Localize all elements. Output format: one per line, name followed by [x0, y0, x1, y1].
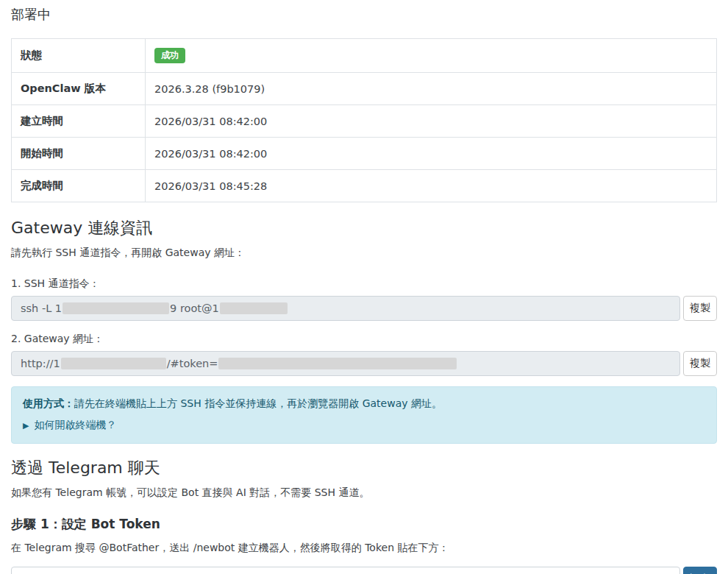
copy-ssh-button[interactable]: 複製 [683, 296, 717, 321]
table-row: 完成時間 2026/03/31 08:45:28 [12, 170, 717, 202]
gateway-url-label: 2. Gateway 網址： [11, 333, 717, 346]
telegram-section-heading: 透過 Telegram 聊天 [11, 457, 717, 479]
step1-heading: 步驟 1：設定 Bot Token [11, 516, 717, 533]
version-value: 2026.3.28 (f9b1079) [146, 73, 717, 105]
table-row: 狀態 成功 [12, 39, 717, 73]
bot-token-input[interactable] [11, 567, 680, 574]
created-time-label: 建立時間 [12, 105, 146, 138]
created-time-value: 2026/03/31 08:42:00 [146, 105, 717, 138]
deployment-status-table: 狀態 成功 OpenClaw 版本 2026.3.28 (f9b1079) 建立… [11, 38, 717, 202]
ssh-command-label: 1. SSH 通道指令： [11, 277, 717, 291]
redaction-block [61, 358, 166, 369]
set-token-button[interactable]: 設定 [683, 567, 717, 574]
start-time-value: 2026/03/31 08:42:00 [146, 138, 717, 170]
version-label: OpenClaw 版本 [12, 73, 146, 105]
terminal-help-label: 如何開啟終端機？ [34, 419, 116, 431]
gateway-url-field[interactable]: http://1 /#token= [11, 351, 680, 376]
page-title: 部署中 [11, 6, 717, 24]
redaction-block [220, 302, 288, 314]
telegram-description: 如果您有 Telegram 帳號，可以設定 Bot 直接與 AI 對話，不需要 … [11, 486, 717, 500]
redaction-block [63, 302, 169, 314]
triangle-right-icon: ▶ [23, 421, 29, 431]
table-row: 開始時間 2026/03/31 08:42:00 [12, 138, 717, 170]
table-row: OpenClaw 版本 2026.3.28 (f9b1079) [12, 73, 717, 105]
usage-info-box: 使用方式：請先在終端機貼上上方 SSH 指令並保持連線，再於瀏覽器開啟 Gate… [11, 386, 717, 444]
terminal-help-details: ▶如何開啟終端機？ [23, 419, 705, 432]
finish-time-value: 2026/03/31 08:45:28 [146, 170, 717, 202]
gateway-description: 請先執行 SSH 通道指令，再開啟 Gateway 網址： [11, 247, 717, 260]
copy-url-button[interactable]: 複製 [683, 351, 717, 376]
status-badge: 成功 [154, 48, 185, 63]
gateway-section-heading: Gateway 連線資訊 [11, 217, 717, 239]
step1-description: 在 Telegram 搜尋 @BotFather，送出 /newbot 建立機器… [11, 542, 717, 555]
terminal-help-toggle[interactable]: ▶如何開啟終端機？ [23, 419, 705, 432]
start-time-label: 開始時間 [12, 138, 146, 170]
table-row: 建立時間 2026/03/31 08:42:00 [12, 105, 717, 138]
usage-text: 請先在終端機貼上上方 SSH 指令並保持連線，再於瀏覽器開啟 Gateway 網… [74, 397, 442, 409]
ssh-command-field[interactable]: ssh -L 1 9 root@1 [11, 296, 680, 321]
redaction-block [218, 358, 457, 369]
finish-time-label: 完成時間 [12, 170, 146, 202]
status-label: 狀態 [12, 39, 146, 73]
usage-label: 使用方式： [23, 397, 74, 409]
